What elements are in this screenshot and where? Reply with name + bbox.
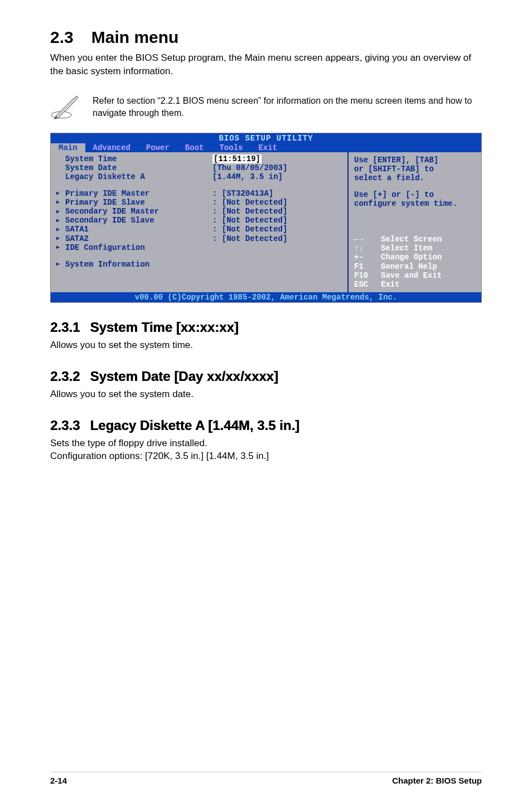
label: Primary IDE Master — [65, 189, 149, 198]
bios-help-select-item: ↑↓Select Item — [354, 244, 477, 253]
label: System Date — [65, 163, 117, 172]
bios-left-pane: System Time [11:51:19] System Date [Thu … — [51, 152, 349, 292]
bios-body: System Time [11:51:19] System Date [Thu … — [51, 152, 481, 292]
bios-field-legacy-diskette[interactable]: Legacy Diskette A [1.44M, 3.5 in] — [56, 172, 345, 181]
bios-screenshot: BIOS SETUP UTILITY Main Advanced Power B… — [50, 133, 482, 303]
bios-help-exit: ESCExit — [354, 280, 477, 289]
page-title: 2.3 Main menu — [50, 28, 482, 47]
footer-chapter: Chapter 2: BIOS Setup — [392, 776, 482, 785]
footer-page-number: 2-14 — [50, 776, 67, 785]
intro-paragraph: When you enter the BIOS Setup program, t… — [50, 51, 482, 78]
value: : [Not Detected] — [212, 198, 287, 207]
section-heading-system-time: 2.3.1 System Time [xx:xx:xx] — [50, 320, 482, 335]
value: : [Not Detected] — [212, 225, 287, 234]
label: Primary IDE Slave — [65, 198, 145, 207]
section-number: 2.3.3 — [50, 418, 80, 433]
page-title-number: 2.3 — [50, 28, 74, 47]
note-text: Refer to section “2.2.1 BIOS menu screen… — [93, 93, 482, 120]
label: Secondary IDE Master — [65, 207, 159, 216]
value: [Thu 08/05/2003] — [212, 163, 287, 172]
triangle-right-icon: ▶ — [56, 235, 62, 242]
section-title: System Time [xx:xx:xx] — [90, 320, 238, 335]
bios-hint-line: select a field. — [354, 173, 477, 182]
note-row: Refer to section “2.2.1 BIOS menu screen… — [50, 93, 482, 120]
triangle-right-icon: ▶ — [56, 218, 62, 224]
bios-menu-advanced[interactable]: Advanced — [85, 143, 138, 152]
bios-copyright-footer: v00.00 (C)Copyright 1985-2002, American … — [51, 292, 481, 302]
section-number: 2.3.1 — [50, 320, 80, 335]
bios-menu-main[interactable]: Main — [51, 143, 85, 152]
bios-item-sata1[interactable]: ▶SATA1 : [Not Detected] — [56, 225, 345, 234]
label: SATA1 — [65, 225, 89, 234]
triangle-right-icon: ▶ — [56, 190, 62, 197]
page-footer: 2-14 Chapter 2: BIOS Setup — [50, 772, 482, 785]
label: Legacy Diskette A — [65, 172, 145, 181]
bios-item-secondary-ide-master[interactable]: ▶Secondary IDE Master : [Not Detected] — [56, 207, 345, 216]
label: Secondary IDE Slave — [65, 216, 154, 225]
bios-menu-power[interactable]: Power — [138, 143, 177, 152]
value: [11:51:19] — [212, 154, 262, 163]
bios-help-general-help: F1General Help — [354, 262, 477, 271]
bios-help-save-exit: F10Save and Exit — [354, 271, 477, 280]
bios-right-pane: Use [ENTER], [TAB] or [SHIFT-TAB] to sel… — [349, 152, 481, 292]
value: : [Not Detected] — [212, 234, 287, 243]
bios-item-primary-ide-slave[interactable]: ▶Primary IDE Slave : [Not Detected] — [56, 198, 345, 207]
bios-top-title: BIOS SETUP UTILITY — [51, 133, 481, 143]
section-title: System Date [Day xx/xx/xxxx] — [90, 369, 278, 384]
section-title: Legacy Diskette A [1.44M, 3.5 in.] — [90, 418, 299, 433]
section-body-system-date: Allows you to set the system date. — [50, 388, 482, 401]
section-heading-legacy-diskette: 2.3.3 Legacy Diskette A [1.44M, 3.5 in.] — [50, 418, 482, 433]
bios-item-secondary-ide-slave[interactable]: ▶Secondary IDE Slave : [Not Detected] — [56, 216, 345, 225]
bios-menu-bar: Main Advanced Power Boot Tools Exit — [51, 143, 481, 152]
triangle-right-icon: ▶ — [56, 199, 62, 206]
value: : [Not Detected] — [212, 216, 287, 225]
bios-help-change-option: +-Change Option — [354, 253, 477, 262]
value: : [ST320413A] — [212, 189, 273, 198]
section-body-legacy-diskette: Sets the type of floppy drive installed.… — [50, 437, 482, 463]
triangle-right-icon: ▶ — [56, 244, 62, 251]
triangle-right-icon: ▶ — [56, 261, 62, 268]
bios-hint-line: or [SHIFT-TAB] to — [354, 165, 477, 173]
bios-field-system-time[interactable]: System Time [11:51:19] — [56, 154, 345, 163]
value: : [Not Detected] — [212, 207, 287, 216]
bios-menu-boot[interactable]: Boot — [177, 143, 212, 152]
bios-menu-tools[interactable]: Tools — [211, 143, 250, 152]
bios-item-ide-configuration[interactable]: ▶IDE Configuration — [56, 243, 345, 252]
value: [1.44M, 3.5 in] — [212, 172, 283, 181]
label: IDE Configuration — [65, 243, 145, 252]
page-title-text: Main menu — [91, 28, 179, 47]
label: System Information — [65, 260, 149, 269]
section-body-system-time: Allows you to set the system time. — [50, 339, 482, 352]
bios-hint-line: Use [+] or [-] to — [354, 190, 477, 199]
bios-item-sata2[interactable]: ▶SATA2 : [Not Detected] — [56, 234, 345, 243]
bios-help-select-screen: ←→Select Screen — [354, 235, 477, 244]
pen-note-icon — [50, 93, 84, 120]
label: SATA2 — [65, 234, 89, 243]
triangle-right-icon: ▶ — [56, 209, 62, 215]
bios-item-primary-ide-master[interactable]: ▶Primary IDE Master : [ST320413A] — [56, 189, 345, 198]
section-number: 2.3.2 — [50, 369, 80, 384]
bios-hint-line: Use [ENTER], [TAB] — [354, 156, 477, 165]
label: System Time — [65, 154, 117, 163]
bios-item-system-information[interactable]: ▶System Information — [56, 260, 345, 269]
bios-menu-exit[interactable]: Exit — [250, 143, 285, 152]
bios-hint-line: configure system time. — [354, 199, 477, 208]
section-heading-system-date: 2.3.2 System Date [Day xx/xx/xxxx] — [50, 369, 482, 384]
bios-field-system-date[interactable]: System Date [Thu 08/05/2003] — [56, 163, 345, 172]
triangle-right-icon: ▶ — [56, 226, 62, 233]
